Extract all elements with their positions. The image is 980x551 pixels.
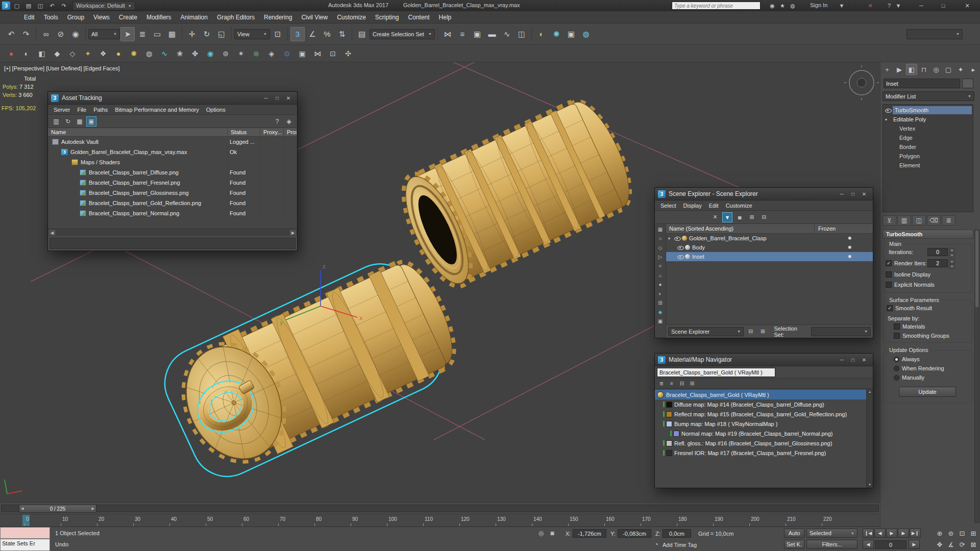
menu-tools[interactable]: Tools (39, 11, 63, 23)
pan-view-icon[interactable]: ✥ (934, 539, 945, 549)
tool-icon-15[interactable]: ✶ (235, 47, 247, 60)
collapse-all-icon[interactable]: ⊟ (759, 212, 769, 222)
menu-civil-view[interactable]: Civil View (297, 11, 332, 23)
table-row[interactable]: Bracelet_Clasps_barrel_Fresnel.png Found (48, 178, 297, 188)
minimize-icon[interactable]: ─ (260, 94, 272, 103)
tool-icon-14[interactable]: ⊚ (219, 47, 232, 60)
time-slider-handle[interactable]: ◀ 0 / 225 ▶ (19, 505, 96, 513)
scene-explorer-titlebar[interactable]: 3 Scene Explorer - Scene Explorer ─ □ ✕ (655, 188, 873, 201)
maximize-viewport-icon[interactable]: ⊠ (968, 539, 979, 549)
material-editor-icon[interactable]: ◐ (534, 27, 549, 41)
reference-coordinate-system-dropdown[interactable]: View▼ (234, 29, 270, 39)
tool-icon-18[interactable]: ⊙ (281, 47, 293, 60)
scroll-track[interactable] (56, 229, 289, 236)
panel-scrollbar[interactable] (974, 230, 979, 523)
percent-snap-toggle-icon[interactable]: % (320, 27, 334, 41)
redo-quick-icon[interactable]: ↷ (59, 1, 69, 10)
pin-panel-icon[interactable]: + (881, 64, 893, 75)
app-logo-icon[interactable]: 3 (2, 2, 10, 10)
add-time-tag[interactable]: Add Time Tag (663, 542, 697, 548)
visibility-eye-icon[interactable] (677, 254, 683, 260)
render-iters-checkbox[interactable]: ✓ (886, 260, 892, 266)
at-tool-icon-2[interactable]: ▦ (75, 116, 85, 127)
go-to-start-icon[interactable]: ❙◀ (863, 529, 874, 538)
tool-icon-5[interactable]: ✦ (82, 47, 94, 60)
map-item[interactable]: Refl. gloss.: Map #16 (Bracelet_Clasps_b… (655, 438, 873, 448)
always-row[interactable]: Always (894, 356, 920, 362)
display-filter-icon-3[interactable]: ▷ (656, 253, 665, 261)
named-selection-set-dropdown[interactable]: Create Selection Set▼ (370, 29, 435, 39)
maximize-icon[interactable]: □ (272, 94, 283, 103)
configure-modifier-sets-icon[interactable]: ≣ (942, 215, 955, 226)
spinner-up-icon[interactable]: ▴ (949, 259, 955, 264)
rendered-frame-window-icon[interactable]: ▣ (564, 27, 578, 41)
scene-node-root[interactable]: ▾ Golden_Barrel_Bracelet_Clasp ✱ (666, 234, 873, 243)
display-filter-icon-5[interactable]: ⌂ (656, 271, 665, 279)
tool-icon-16[interactable]: ⊛ (250, 47, 262, 60)
map-item[interactable]: Diffuse map: Map #14 (Bracelet_Clasps_ba… (655, 399, 873, 409)
scroll-up-icon[interactable]: ▴ (869, 389, 871, 395)
panel-overflow-icon[interactable]: ▸ (968, 64, 979, 75)
tool-icon-20[interactable]: ⋈ (311, 47, 324, 60)
at-menu-file[interactable]: File (74, 107, 90, 113)
infocenter-close-icon[interactable]: ✕ (866, 2, 875, 10)
show-end-result-icon[interactable]: ▥ (897, 215, 911, 226)
scene-node-inset[interactable]: Inset ✱ (666, 252, 873, 261)
stack-view-icon[interactable]: ⊟ (746, 327, 756, 337)
open-file-icon[interactable]: ▤ (23, 1, 34, 10)
tool-icon-10[interactable]: ∿ (158, 47, 170, 60)
schematic-view-icon[interactable]: ◫ (514, 27, 529, 41)
model-barrel-inset-selected[interactable] (153, 245, 471, 488)
smooth-result-checkbox[interactable]: ✓ (887, 305, 893, 311)
se-menu-customize[interactable]: Customize (722, 203, 756, 209)
render-iters-row[interactable]: ✓Render Iters: (886, 260, 927, 266)
display-filter-icon-0[interactable]: ▦ (656, 225, 665, 233)
search-input[interactable] (672, 3, 760, 9)
snaps-toggle-icon[interactable]: 3 (290, 27, 305, 41)
update-button[interactable]: Update (899, 387, 956, 397)
tab-utilities-icon[interactable]: ✦ (955, 64, 966, 75)
tool-icon-7[interactable]: ● (112, 47, 125, 60)
pin-stack-icon[interactable]: ⊻ (883, 215, 896, 226)
field-of-view-icon[interactable]: ∡ (945, 539, 957, 549)
stack-item-border[interactable]: Border (883, 142, 973, 152)
select-by-name-icon[interactable]: ≣ (135, 27, 150, 41)
spinner-up-icon[interactable]: ▴ (949, 248, 955, 253)
menu-edit[interactable]: Edit (19, 11, 39, 23)
isoline-row[interactable]: Isoline Display (886, 271, 930, 278)
tool-icon-9[interactable]: ◍ (143, 47, 155, 60)
maximize-icon[interactable]: □ (847, 356, 859, 364)
ribbon-toggle-icon[interactable]: ▬ (485, 27, 499, 41)
explicit-normals-row[interactable]: Explicit Normals (886, 282, 935, 288)
view-list-small-icon[interactable]: ≡ (667, 380, 676, 388)
window-crossing-icon[interactable]: ▦ (165, 27, 179, 41)
remove-modifier-icon[interactable]: ⌫ (927, 215, 941, 226)
tool-icon-8[interactable]: ✺ (128, 47, 140, 60)
display-filter-icon-7[interactable]: ◐ (656, 289, 665, 297)
redo-icon[interactable]: ↷ (19, 27, 33, 41)
zoom-extents-icon[interactable]: ⊡ (957, 528, 968, 538)
se-menu-display[interactable]: Display (680, 203, 705, 209)
stack-item-vertex[interactable]: Vertex (883, 124, 973, 133)
tab-create-icon[interactable]: ▶ (894, 64, 905, 75)
previous-frame-icon[interactable]: ◀ (874, 529, 886, 538)
scroll-left-icon[interactable]: ◀ (48, 229, 56, 236)
mirror-icon[interactable]: ⋈ (440, 27, 455, 41)
tab-motion-icon[interactable]: ◎ (930, 64, 942, 75)
menu-graph-editors[interactable]: Graph Editors (212, 11, 259, 23)
play-animation-icon[interactable]: ▶ (886, 529, 897, 538)
manually-row[interactable]: Manually (894, 374, 924, 381)
at-menu-bitmap-performance[interactable]: Bitmap Performance and Memory (111, 107, 202, 113)
sign-in-caret-icon[interactable]: ▼ (837, 2, 846, 10)
viewcube[interactable] (844, 65, 879, 100)
vertical-scrollbar[interactable]: ▴ ▾ (866, 389, 873, 488)
tool-icon-0[interactable]: ● (5, 47, 17, 60)
map-item[interactable]: Bump map: Map #18 ( VRayNormalMap ) (655, 419, 873, 429)
se-menu-edit[interactable]: Edit (705, 203, 722, 209)
maxscript-macro-recorder[interactable] (0, 527, 50, 539)
expander-icon[interactable]: ▾ (668, 236, 674, 241)
model-barrel-body[interactable] (390, 90, 644, 295)
display-filter-icon-6[interactable]: ● (656, 280, 665, 288)
tool-icon-3[interactable]: ◆ (51, 47, 63, 60)
angle-snap-toggle-icon[interactable]: ∠ (305, 27, 320, 41)
